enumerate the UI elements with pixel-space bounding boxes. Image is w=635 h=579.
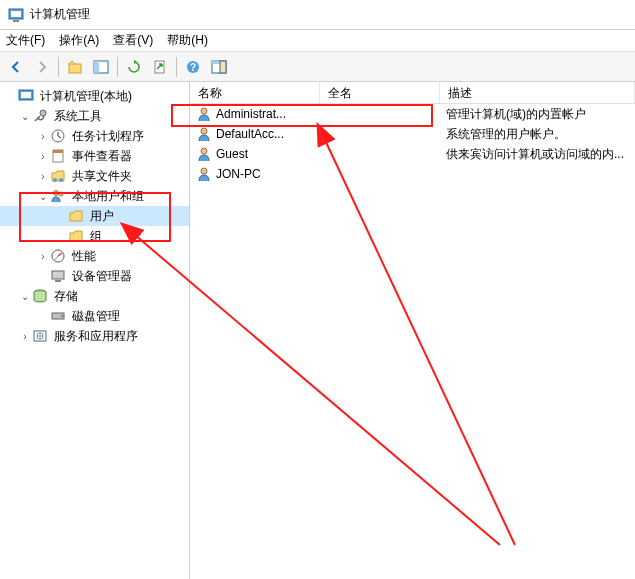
user-row[interactable]: Guest供来宾访问计算机或访问域的内... bbox=[190, 144, 635, 164]
list-pane[interactable]: 名称 全名 描述 Administrat...管理计算机(域)的内置帐户Defa… bbox=[190, 82, 635, 579]
tree-label: 计算机管理(本地) bbox=[38, 87, 134, 106]
svg-point-21 bbox=[59, 192, 63, 196]
user-description: 供来宾访问计算机或访问域的内... bbox=[440, 146, 635, 163]
tree-root[interactable]: 计算机管理(本地) bbox=[0, 86, 189, 106]
svg-rect-17 bbox=[53, 150, 63, 153]
svg-point-35 bbox=[201, 168, 207, 174]
user-description: 管理计算机(域)的内置帐户 bbox=[440, 106, 635, 123]
svg-rect-25 bbox=[55, 280, 61, 282]
svg-rect-24 bbox=[52, 271, 64, 279]
tree-label: 事件查看器 bbox=[70, 147, 134, 166]
tree-storage[interactable]: ⌄ 存储 bbox=[0, 286, 189, 306]
user-description: 系统管理的用户帐户。 bbox=[440, 126, 635, 143]
refresh-button[interactable] bbox=[122, 55, 146, 79]
tree-label: 任务计划程序 bbox=[70, 127, 146, 146]
tree-disk-management[interactable]: 磁盘管理 bbox=[0, 306, 189, 326]
svg-point-19 bbox=[59, 178, 63, 182]
tree-performance[interactable]: › 性能 bbox=[0, 246, 189, 266]
title-bar: 计算机管理 bbox=[0, 0, 635, 30]
tree-shared-folders[interactable]: › 共享文件夹 bbox=[0, 166, 189, 186]
svg-point-31 bbox=[39, 335, 41, 337]
twisty-expanded-icon[interactable]: ⌄ bbox=[18, 291, 32, 302]
user-name: JON-PC bbox=[216, 167, 261, 181]
tree-local-users-groups[interactable]: ⌄ 本地用户和组 bbox=[0, 186, 189, 206]
tree-label: 性能 bbox=[70, 247, 98, 266]
computer-management-icon bbox=[18, 88, 34, 104]
tree-task-scheduler[interactable]: › 任务计划程序 bbox=[0, 126, 189, 146]
help-button[interactable]: ? bbox=[181, 55, 205, 79]
user-name: Administrat... bbox=[216, 107, 286, 121]
user-row[interactable]: Administrat...管理计算机(域)的内置帐户 bbox=[190, 104, 635, 124]
tree-label: 磁盘管理 bbox=[70, 307, 122, 326]
svg-rect-13 bbox=[21, 92, 31, 98]
forward-button[interactable] bbox=[30, 55, 54, 79]
svg-rect-5 bbox=[94, 61, 99, 73]
device-icon bbox=[50, 268, 66, 284]
folder-icon bbox=[68, 228, 84, 244]
twisty-collapsed-icon[interactable]: › bbox=[36, 171, 50, 182]
tree-label: 设备管理器 bbox=[70, 267, 134, 286]
column-description[interactable]: 描述 bbox=[440, 82, 635, 103]
svg-point-18 bbox=[53, 178, 57, 182]
user-icon bbox=[196, 106, 212, 122]
export-button[interactable] bbox=[148, 55, 172, 79]
user-icon bbox=[196, 146, 212, 162]
twisty-collapsed-icon[interactable]: › bbox=[18, 331, 32, 342]
tree-groups[interactable]: 组 bbox=[0, 226, 189, 246]
app-icon bbox=[8, 7, 24, 23]
svg-rect-2 bbox=[13, 20, 19, 22]
menu-view[interactable]: 查看(V) bbox=[113, 32, 153, 49]
toolbar-separator bbox=[117, 57, 118, 77]
menu-help[interactable]: 帮助(H) bbox=[167, 32, 208, 49]
tree-label: 用户 bbox=[88, 207, 116, 226]
tree-system-tools[interactable]: ⌄ 系统工具 bbox=[0, 106, 189, 126]
twisty-expanded-icon[interactable]: ⌄ bbox=[36, 191, 50, 202]
svg-point-33 bbox=[201, 128, 207, 134]
performance-icon bbox=[50, 248, 66, 264]
list-header: 名称 全名 描述 bbox=[190, 82, 635, 104]
svg-point-34 bbox=[201, 148, 207, 154]
svg-text:?: ? bbox=[190, 62, 196, 73]
column-name[interactable]: 名称 bbox=[190, 82, 320, 103]
menu-action[interactable]: 操作(A) bbox=[59, 32, 99, 49]
user-row[interactable]: DefaultAcc...系统管理的用户帐户。 bbox=[190, 124, 635, 144]
tree-label: 组 bbox=[88, 227, 104, 246]
tree-device-manager[interactable]: 设备管理器 bbox=[0, 266, 189, 286]
svg-rect-11 bbox=[220, 61, 226, 73]
tree-event-viewer[interactable]: › 事件查看器 bbox=[0, 146, 189, 166]
user-name: Guest bbox=[216, 147, 248, 161]
folder-icon bbox=[68, 208, 84, 224]
disk-icon bbox=[50, 308, 66, 324]
tree-label: 服务和应用程序 bbox=[52, 327, 140, 346]
twisty-collapsed-icon[interactable]: › bbox=[36, 151, 50, 162]
properties-button[interactable] bbox=[207, 55, 231, 79]
column-fullname[interactable]: 全名 bbox=[320, 82, 440, 103]
menu-file[interactable]: 文件(F) bbox=[6, 32, 45, 49]
twisty-collapsed-icon[interactable]: › bbox=[36, 251, 50, 262]
back-button[interactable] bbox=[4, 55, 28, 79]
clock-icon bbox=[50, 128, 66, 144]
tree-users[interactable]: 用户 bbox=[0, 206, 189, 226]
user-icon bbox=[196, 126, 212, 142]
svg-point-32 bbox=[201, 108, 207, 114]
twisty-collapsed-icon[interactable]: › bbox=[36, 131, 50, 142]
user-row[interactable]: JON-PC bbox=[190, 164, 635, 184]
up-button[interactable] bbox=[63, 55, 87, 79]
toolbar: ? bbox=[0, 52, 635, 82]
services-icon bbox=[32, 328, 48, 344]
tree-services-apps[interactable]: › 服务和应用程序 bbox=[0, 326, 189, 346]
toolbar-separator bbox=[58, 57, 59, 77]
tree-label: 系统工具 bbox=[52, 107, 104, 126]
tree-pane[interactable]: 计算机管理(本地) ⌄ 系统工具 › 任务计划程序 › 事件查看器 › 共享文件… bbox=[0, 82, 190, 579]
twisty-expanded-icon[interactable]: ⌄ bbox=[18, 111, 32, 122]
svg-point-14 bbox=[40, 110, 46, 116]
shared-folder-icon bbox=[50, 168, 66, 184]
show-hide-tree-button[interactable] bbox=[89, 55, 113, 79]
window-title: 计算机管理 bbox=[30, 6, 90, 23]
event-icon bbox=[50, 148, 66, 164]
svg-rect-3 bbox=[69, 64, 81, 73]
svg-point-28 bbox=[61, 315, 63, 317]
tools-icon bbox=[32, 108, 48, 124]
toolbar-separator bbox=[176, 57, 177, 77]
storage-icon bbox=[32, 288, 48, 304]
